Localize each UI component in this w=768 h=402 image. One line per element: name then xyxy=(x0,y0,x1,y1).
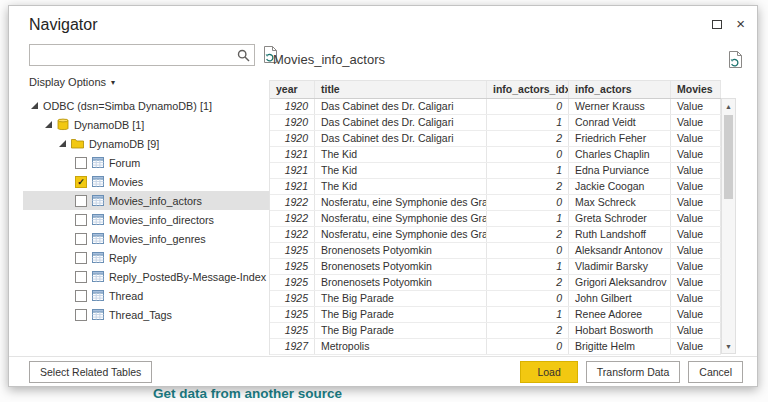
maximize-button[interactable] xyxy=(712,15,722,33)
footer-actions: Load Transform Data Cancel xyxy=(520,361,743,383)
cell-info-actors: Jackie Coogan xyxy=(569,179,671,194)
cell-movies: Value xyxy=(671,179,721,194)
tree-item-movies-info-directors[interactable]: Movies_info_directors xyxy=(23,210,269,229)
tree-item-movies[interactable]: ✓Movies xyxy=(23,172,269,191)
tree-item-reply[interactable]: Reply xyxy=(23,248,269,267)
expander-icon[interactable] xyxy=(45,121,52,128)
cell-info-actors: Vladimir Barsky xyxy=(569,259,671,274)
cell-year: 1922 xyxy=(270,227,315,242)
table-row: 1922Nosferatu, eine Symphonie des Grauen… xyxy=(270,227,721,243)
tree-item-label: Movies_info_actors xyxy=(109,195,202,207)
cell-title: Nosferatu, eine Symphonie des Grauens xyxy=(315,195,487,210)
cell-info-actors: Max Schreck xyxy=(569,195,671,210)
cell-info-actors-idx: 1 xyxy=(487,115,569,130)
scrollbar-thumb[interactable] xyxy=(724,115,733,199)
table-row: 1920Das Cabinet des Dr. Caligari2Friedri… xyxy=(270,131,721,147)
cell-info-actors-idx: 0 xyxy=(487,99,569,114)
checkbox[interactable] xyxy=(75,233,87,245)
cancel-button[interactable]: Cancel xyxy=(688,361,743,383)
cell-title: The Kid xyxy=(315,147,487,162)
cell-year: 1921 xyxy=(270,179,315,194)
cell-movies: Value xyxy=(671,211,721,226)
cell-info-actors-idx: 0 xyxy=(487,339,569,354)
checkbox[interactable] xyxy=(75,290,87,302)
transform-data-button[interactable]: Transform Data xyxy=(586,361,681,383)
load-button[interactable]: Load xyxy=(520,361,577,383)
tree-item-movies-info-genres[interactable]: Movies_info_genres xyxy=(23,229,269,248)
scroll-down-arrow[interactable]: ▼ xyxy=(722,339,735,353)
cell-movies: Value xyxy=(671,259,721,274)
cell-title: Bronenosets Potyomkin xyxy=(315,243,487,258)
tree-item-movies-info-actors[interactable]: Movies_info_actors xyxy=(23,191,269,210)
table-icon xyxy=(92,233,104,244)
tree-item-forum[interactable]: Forum xyxy=(23,153,269,172)
tree-item-label: Movies xyxy=(109,176,143,188)
get-data-link[interactable]: Get data from another source xyxy=(153,386,342,401)
cell-title: Das Cabinet des Dr. Caligari xyxy=(315,115,487,130)
cell-info-actors-idx: 2 xyxy=(487,227,569,242)
column-header-title: title xyxy=(315,81,487,98)
cell-title: The Kid xyxy=(315,179,487,194)
tree-parent-odbc-dsn-simba-dynamodb-1[interactable]: ODBC (dsn=Simba DynamoDB) [1] xyxy=(23,96,269,115)
checkbox[interactable] xyxy=(75,309,87,321)
cell-info-actors-idx: 2 xyxy=(487,131,569,146)
cell-movies: Value xyxy=(671,291,721,306)
cell-info-actors: Grigori Aleksandrov xyxy=(569,275,671,290)
select-related-tables-button[interactable]: Select Related Tables xyxy=(29,361,152,383)
checkbox[interactable] xyxy=(75,195,87,207)
column-header-movies: Movies xyxy=(671,81,721,98)
close-button[interactable]: × xyxy=(736,18,745,30)
scroll-up-arrow[interactable]: ▲ xyxy=(722,99,735,113)
cell-movies: Value xyxy=(671,131,721,146)
cell-year: 1921 xyxy=(270,163,315,178)
expander-icon[interactable] xyxy=(59,140,66,147)
maximize-icon xyxy=(712,20,722,29)
cell-title: Das Cabinet des Dr. Caligari xyxy=(315,99,487,114)
cell-title: Metropolis xyxy=(315,339,487,354)
table-row: 1925The Big Parade0John GilbertValue xyxy=(270,291,721,307)
cell-info-actors-idx: 0 xyxy=(487,147,569,162)
cell-info-actors: Conrad Veidt xyxy=(569,115,671,130)
checkbox[interactable]: ✓ xyxy=(75,176,87,188)
tree-parent-label: DynamoDB [9] xyxy=(89,138,159,150)
tree-item-reply-postedby-message-index[interactable]: Reply_PostedBy-Message-Index xyxy=(23,267,269,286)
search-icon[interactable] xyxy=(232,49,254,62)
table-row: 1925Bronenosets Potyomkin0Aleksandr Anto… xyxy=(270,243,721,259)
table-row: 1920Das Cabinet des Dr. Caligari1Conrad … xyxy=(270,115,721,131)
search-input[interactable] xyxy=(30,45,232,65)
cell-info-actors: Hobart Bosworth xyxy=(569,323,671,338)
tree-item-thread-tags[interactable]: Thread_Tags xyxy=(23,305,269,324)
table-row: 1925Bronenosets Potyomkin2Grigori Aleksa… xyxy=(270,275,721,291)
tree-item-label: Reply xyxy=(109,252,137,264)
cell-year: 1922 xyxy=(270,211,315,226)
cell-year: 1921 xyxy=(270,147,315,162)
cell-title: Nosferatu, eine Symphonie des Grauens xyxy=(315,227,487,242)
table-icon xyxy=(92,176,104,187)
chevron-down-icon: ▾ xyxy=(111,78,115,87)
cell-movies: Value xyxy=(671,163,721,178)
checkbox[interactable] xyxy=(75,157,87,169)
cell-movies: Value xyxy=(671,195,721,210)
cell-title: Bronenosets Potyomkin xyxy=(315,259,487,274)
cell-year: 1925 xyxy=(270,243,315,258)
cell-year: 1920 xyxy=(270,131,315,146)
column-header-info-actors: info_actors xyxy=(569,81,671,98)
table-icon xyxy=(92,252,104,263)
cell-movies: Value xyxy=(671,147,721,162)
tree-parent-dynamodb-9[interactable]: DynamoDB [9] xyxy=(23,134,269,153)
column-header-info-actors-idx: info_actors_idx xyxy=(487,81,569,98)
tree-item-thread[interactable]: Thread xyxy=(23,286,269,305)
cell-info-actors-idx: 0 xyxy=(487,291,569,306)
cell-title: Bronenosets Potyomkin xyxy=(315,275,487,290)
display-options-dropdown[interactable]: Display Options ▾ xyxy=(29,76,115,88)
tree-parent-dynamodb-1[interactable]: DynamoDB [1] xyxy=(23,115,269,134)
checkbox[interactable] xyxy=(75,271,87,283)
tree-item-label: Movies_info_directors xyxy=(109,214,214,226)
tree-parent-label: DynamoDB [1] xyxy=(74,119,144,131)
checkbox[interactable] xyxy=(75,214,87,226)
refresh-preview-icon[interactable] xyxy=(728,51,743,72)
checkbox[interactable] xyxy=(75,252,87,264)
vertical-scrollbar[interactable]: ▲ ▼ xyxy=(721,98,736,354)
expander-icon[interactable] xyxy=(31,102,38,109)
cell-info-actors: Ruth Landshoff xyxy=(569,227,671,242)
